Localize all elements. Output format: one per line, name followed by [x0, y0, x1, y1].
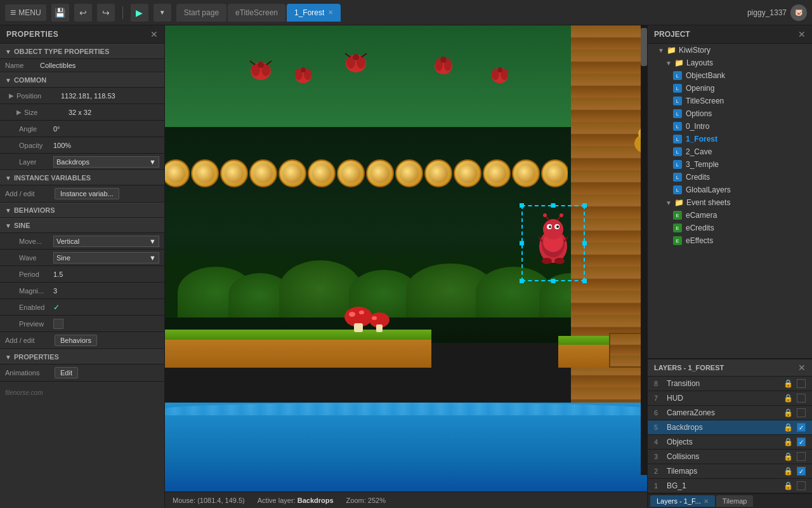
- section-label-sine: SINE: [14, 222, 30, 229]
- coin: [483, 159, 511, 187]
- instance-variables-btn[interactable]: Instance variab...: [55, 188, 119, 199]
- edit-button[interactable]: Edit: [55, 367, 78, 378]
- layer-lock-8[interactable]: 🔒: [783, 379, 793, 388]
- tree-event-sheets-folder[interactable]: ▼ 📁 Event sheets: [648, 196, 812, 209]
- layout-opening[interactable]: L Opening: [648, 82, 812, 95]
- layer-lock-4[interactable]: 🔒: [783, 438, 793, 446]
- layers-tab[interactable]: Layers - 1_F... ✕: [650, 495, 715, 507]
- layout-options[interactable]: L Options: [648, 107, 812, 120]
- event-sheets-arrow: ▼: [665, 199, 672, 206]
- layer-row-5[interactable]: 5 Backdrops 🔒: [648, 420, 812, 435]
- project-close-button[interactable]: ✕: [798, 29, 806, 39]
- tab-etitlescreen[interactable]: eTitleScreen: [228, 4, 285, 22]
- layer-lock-6[interactable]: 🔒: [783, 408, 793, 417]
- user-avatar[interactable]: 🐷: [790, 4, 807, 21]
- layers-close-button[interactable]: ✕: [798, 363, 806, 373]
- section-sine[interactable]: ▼ SINE: [0, 218, 164, 233]
- layer-row-4[interactable]: 4 Objects 🔒: [648, 435, 812, 450]
- layer-visible-4[interactable]: [797, 438, 806, 446]
- canvas-scrollbar[interactable]: [641, 25, 647, 475]
- position-expand[interactable]: ▶: [9, 92, 14, 99]
- preview-checkbox[interactable]: [53, 319, 63, 329]
- layout-globallayers[interactable]: L GlobalLayers: [648, 184, 812, 196]
- tab-close-1forest[interactable]: ✕: [328, 9, 333, 16]
- move-dropdown[interactable]: Vertical ▼: [53, 236, 159, 247]
- section-common[interactable]: ▼ COMMON: [0, 72, 164, 88]
- svg-point-3: [258, 62, 264, 68]
- layout-credits-label: Credits: [686, 173, 710, 182]
- layer-row-7[interactable]: 7 HUD 🔒: [648, 391, 812, 406]
- game-scene[interactable]: [165, 25, 647, 491]
- layer-lock-1[interactable]: 🔒: [783, 481, 793, 490]
- play-button[interactable]: ▶: [131, 4, 148, 22]
- layout-0intro[interactable]: L 0_Intro: [648, 120, 812, 133]
- layout-opening-label: Opening: [686, 84, 714, 93]
- enabled-check: ✓: [53, 303, 60, 312]
- layer-visible-1[interactable]: [797, 481, 806, 490]
- layout-3temple[interactable]: L 3_Temple: [648, 158, 812, 171]
- layer-row-3[interactable]: 3 Collisions 🔒: [648, 450, 812, 464]
- tilemap-tab[interactable]: Tilemap: [716, 495, 754, 507]
- layer-visible-6[interactable]: [797, 408, 806, 417]
- behaviors-btn[interactable]: Behaviors: [55, 335, 97, 346]
- layer-visible-5[interactable]: [797, 423, 806, 432]
- coin: [512, 159, 540, 187]
- undo-button[interactable]: ↩: [74, 4, 92, 22]
- selection-handle-tl: [520, 203, 524, 208]
- tab-1forest[interactable]: 1_Forest✕: [287, 4, 341, 22]
- section-object-type-props[interactable]: ▼ OBJECT TYPE PROPERTIES: [0, 44, 164, 59]
- size-expand[interactable]: ▶: [16, 109, 22, 116]
- save-button[interactable]: 💾: [51, 4, 69, 22]
- svg-rect-36: [376, 324, 383, 332]
- coin: [366, 159, 394, 187]
- canvas-area[interactable]: [165, 25, 647, 491]
- layer-row-1[interactable]: 1 BG_1 🔒: [648, 479, 812, 493]
- svg-point-44: [556, 225, 559, 228]
- ground-platform-left: [165, 330, 431, 368]
- section-behaviors[interactable]: ▼ BEHAVIORS: [0, 203, 164, 218]
- layer-row-8[interactable]: 8 Transition 🔒: [648, 377, 812, 391]
- layer-visible-7[interactable]: [797, 394, 806, 403]
- coin-strip: [165, 157, 568, 190]
- wave-dropdown[interactable]: Sine ▼: [53, 252, 159, 264]
- layer-lock-5[interactable]: 🔒: [783, 423, 793, 432]
- layers-tab-close[interactable]: ✕: [704, 498, 709, 505]
- menu-button[interactable]: ≡ MENU: [5, 4, 46, 21]
- event-sheets-folder-label: Event sheets: [686, 198, 730, 207]
- layout-1forest[interactable]: L 1_Forest: [648, 133, 812, 145]
- mouse-coords: Mouse: (1081.4, 149.5): [173, 497, 245, 504]
- tree-layouts-folder[interactable]: ▼ 📁 Layouts: [648, 57, 812, 69]
- section-properties-footer[interactable]: ▼ PROPERTIES: [0, 349, 164, 364]
- layer-dropdown[interactable]: Backdrops ▼: [53, 156, 159, 168]
- event-eeffects[interactable]: E eEffects: [648, 234, 812, 247]
- layer-row-2[interactable]: 2 Tilemaps 🔒: [648, 464, 812, 479]
- play-dropdown[interactable]: ▼: [154, 4, 171, 22]
- layer-visible-8[interactable]: [797, 379, 806, 388]
- layout-credits[interactable]: L Credits: [648, 171, 812, 184]
- event-ecamera[interactable]: E eCamera: [648, 209, 812, 222]
- section-instance-vars[interactable]: ▼ INSTANCE VARIABLES: [0, 170, 164, 185]
- properties-close-button[interactable]: ✕: [150, 29, 158, 39]
- tree-root[interactable]: ▼ 📁 KiwiStory: [648, 44, 812, 57]
- project-title: PROJECT: [654, 30, 690, 39]
- layer-row: Layer Backdrops ▼: [0, 154, 164, 170]
- tab-start-page[interactable]: Start page: [176, 4, 226, 22]
- layout-3temple-label: 3_Temple: [686, 160, 719, 169]
- layer-lock-7[interactable]: 🔒: [783, 394, 793, 403]
- layout-objectbank[interactable]: L ObjectBank: [648, 69, 812, 82]
- coin: [220, 159, 248, 187]
- svg-line-4: [250, 61, 255, 65]
- layout-file-icon: L: [673, 71, 682, 80]
- layer-visible-3[interactable]: [797, 452, 806, 461]
- redo-button[interactable]: ↪: [97, 4, 115, 22]
- event-ecredits[interactable]: E eCredits: [648, 222, 812, 234]
- layout-titlescreen[interactable]: L TitleScreen: [648, 95, 812, 107]
- layer-lock-2[interactable]: 🔒: [783, 467, 793, 476]
- layout-file-icon: L: [673, 173, 682, 182]
- layout-2cave[interactable]: L 2_Cave: [648, 145, 812, 158]
- layer-row-6[interactable]: 6 CameraZones 🔒: [648, 406, 812, 420]
- beetle-4: [431, 53, 455, 79]
- layer-lock-3[interactable]: 🔒: [783, 452, 793, 461]
- layer-visible-2[interactable]: [797, 467, 806, 476]
- coin: [454, 159, 481, 187]
